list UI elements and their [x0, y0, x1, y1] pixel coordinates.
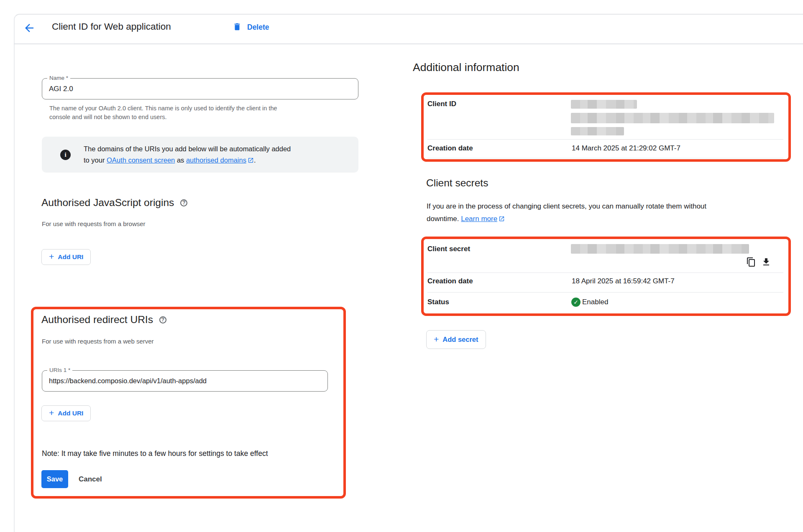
redacted-client-id-line2 — [571, 113, 774, 123]
uris-field: URIs 1 * — [42, 370, 328, 392]
add-secret-label: Add secret — [442, 336, 478, 344]
info-banner-line2-suffix: . — [254, 156, 256, 164]
secret-creation-date-label: Creation date — [427, 277, 473, 285]
row-divider — [427, 158, 783, 158]
redacted-client-secret — [571, 244, 749, 254]
info-banner-line2: to your OAuth consent screen as authoris… — [84, 155, 291, 167]
page: Client ID for Web application Delete Nam… — [0, 0, 803, 532]
delete-label: Delete — [247, 23, 269, 32]
plus-icon: + — [49, 252, 54, 262]
uris-input[interactable] — [49, 371, 321, 391]
client-secrets-desc-line1: If you are in the process of changing cl… — [427, 200, 706, 213]
secret-creation-date-value: 18 April 2025 at 16:59:42 GMT-7 — [572, 277, 675, 285]
js-origins-subtitle: For use with requests from a browser — [42, 220, 146, 227]
info-banner-line2-prefix: to your — [84, 156, 107, 164]
row-divider — [427, 272, 783, 273]
info-banner: i The domains of the URIs you add below … — [42, 137, 358, 173]
client-id-creation-date-value: 14 March 2025 at 21:29:02 GMT-7 — [572, 144, 680, 153]
status-value: Enabled — [582, 298, 608, 306]
authorised-domains-link[interactable]: authorised domains — [186, 156, 246, 164]
download-icon — [761, 262, 771, 268]
plus-icon: + — [49, 408, 54, 418]
name-helper-text: The name of your OAuth 2.0 client. This … — [49, 104, 277, 122]
client-id-label: Client ID — [427, 100, 456, 108]
trash-icon — [233, 22, 242, 33]
client-secrets-heading: Client secrets — [426, 177, 488, 189]
copy-button[interactable] — [746, 257, 757, 268]
back-button[interactable] — [23, 22, 36, 35]
redacted-client-id-line1 — [571, 100, 637, 109]
info-banner-text: The domains of the URIs you add below wi… — [84, 143, 291, 166]
info-icon: i — [60, 150, 71, 160]
client-secrets-desc-line2-prefix: downtime. — [427, 215, 461, 223]
name-input[interactable] — [49, 79, 351, 99]
back-arrow-icon — [23, 29, 36, 36]
redirect-uris-heading-text: Authorised redirect URIs — [41, 314, 153, 326]
header-divider — [14, 43, 803, 44]
row-divider — [427, 292, 783, 293]
add-uri-label: Add URI — [58, 410, 83, 417]
row-divider — [427, 139, 783, 140]
learn-more-link[interactable]: Learn more — [461, 215, 497, 223]
external-link-icon — [499, 214, 505, 226]
additional-information-heading: Additional information — [413, 61, 519, 74]
redacted-client-id-line3 — [571, 127, 624, 135]
info-banner-line1: The domains of the URIs you add below wi… — [84, 143, 291, 155]
plus-icon: + — [434, 334, 439, 344]
js-origins-heading: Authorised JavaScript origins ? — [41, 197, 187, 209]
client-id-creation-date-label: Creation date — [427, 144, 473, 153]
enabled-check-icon: ✓ — [571, 298, 581, 307]
external-link-icon — [248, 155, 254, 167]
redirect-uris-help-icon[interactable]: ? — [159, 316, 166, 323]
client-secrets-description: If you are in the process of changing cl… — [427, 200, 706, 226]
cancel-button[interactable]: Cancel — [74, 470, 106, 488]
status-label: Status — [427, 298, 449, 306]
save-button[interactable]: Save — [41, 470, 68, 488]
page-title: Client ID for Web application — [52, 21, 171, 32]
download-button[interactable] — [761, 257, 772, 268]
client-secret-label: Client secret — [427, 245, 470, 253]
client-secrets-desc-line2: downtime. Learn more — [427, 213, 706, 226]
name-helper-line2: console and will not be shown to end use… — [49, 113, 277, 122]
oauth-consent-screen-link[interactable]: OAuth consent screen — [107, 156, 175, 164]
add-uri-button-redirect[interactable]: + Add URI — [41, 405, 91, 421]
copy-icon — [746, 262, 756, 268]
add-uri-button-origins[interactable]: + Add URI — [41, 249, 91, 265]
add-uri-label: Add URI — [58, 253, 83, 261]
name-field: Name * — [42, 78, 358, 99]
info-banner-line2-mid: as — [175, 156, 186, 164]
redirect-uris-subtitle: For use with requests from a web server — [42, 338, 154, 345]
redirect-uris-heading: Authorised redirect URIs ? — [41, 314, 166, 326]
delete-button[interactable]: Delete — [233, 20, 269, 34]
settings-note: Note: It may take five minutes to a few … — [42, 449, 268, 458]
name-helper-line1: The name of your OAuth 2.0 client. This … — [49, 104, 277, 113]
add-secret-button[interactable]: + Add secret — [426, 330, 486, 349]
js-origins-help-icon[interactable]: ? — [180, 199, 187, 206]
js-origins-heading-text: Authorised JavaScript origins — [41, 197, 174, 209]
